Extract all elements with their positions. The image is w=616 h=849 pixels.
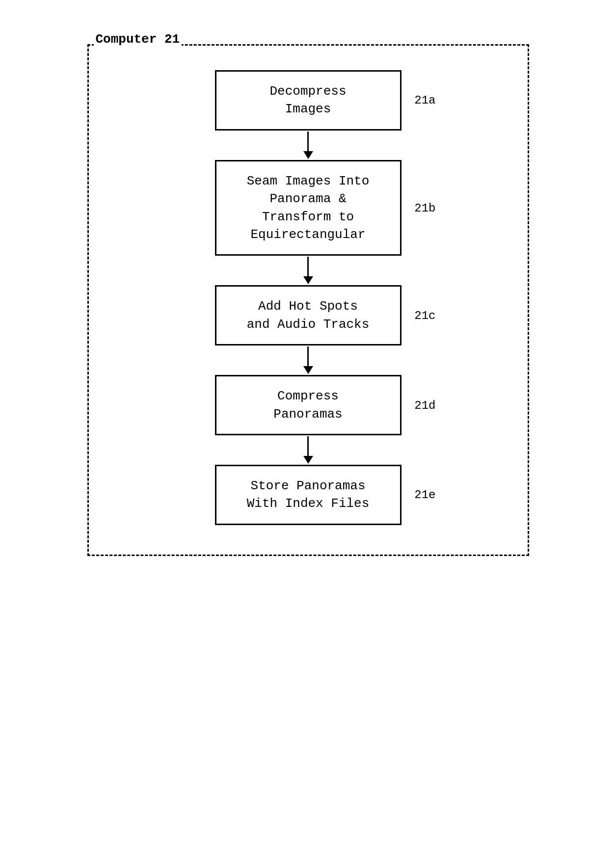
arrow-1 (303, 131, 313, 160)
process-box-21c: Add Hot Spotsand Audio Tracks (215, 285, 402, 345)
computer-box: Computer 21 DecompressImages 21a Seam Im… (87, 44, 529, 556)
arrow-2 (303, 256, 313, 285)
process-block-21b: Seam Images IntoPanorama &Transform toEq… (215, 160, 402, 256)
diagram-container: Computer 21 DecompressImages 21a Seam Im… (87, 15, 529, 556)
process-label-21b: 21b (414, 201, 435, 214)
arrow-3 (303, 345, 313, 375)
arrow-4 (303, 435, 313, 465)
process-block-21e: Store PanoramasWith Index Files 21e (215, 465, 402, 525)
arrow-head-3 (303, 366, 313, 374)
process-text-21d: CompressPanoramas (273, 387, 342, 423)
computer-label: Computer 21 (94, 32, 182, 47)
process-box-21e: Store PanoramasWith Index Files (215, 465, 402, 525)
arrow-line-2 (307, 257, 309, 276)
process-text-21c: Add Hot Spotsand Audio Tracks (247, 297, 370, 333)
process-block-21c: Add Hot Spotsand Audio Tracks 21c (215, 285, 402, 345)
process-text-21a: DecompressImages (269, 82, 346, 118)
process-box-21b: Seam Images IntoPanorama &Transform toEq… (215, 160, 402, 256)
arrow-line-3 (307, 346, 309, 366)
arrow-head-1 (303, 151, 313, 159)
arrow-line-1 (307, 132, 309, 151)
arrow-head-2 (303, 276, 313, 284)
process-label-21a: 21a (414, 94, 435, 107)
process-text-21b: Seam Images IntoPanorama &Transform toEq… (247, 172, 370, 244)
process-label-21d: 21d (414, 398, 435, 412)
process-label-21e: 21e (414, 488, 435, 502)
process-box-21d: CompressPanoramas (215, 375, 402, 435)
process-label-21c: 21c (414, 309, 435, 322)
process-box-21a: DecompressImages (215, 70, 402, 131)
process-block-21d: CompressPanoramas 21d (215, 375, 402, 435)
arrow-line-4 (307, 436, 309, 456)
arrow-head-4 (303, 456, 313, 464)
process-block-21a: DecompressImages 21a (215, 70, 402, 131)
process-text-21e: Store PanoramasWith Index Files (247, 477, 370, 513)
